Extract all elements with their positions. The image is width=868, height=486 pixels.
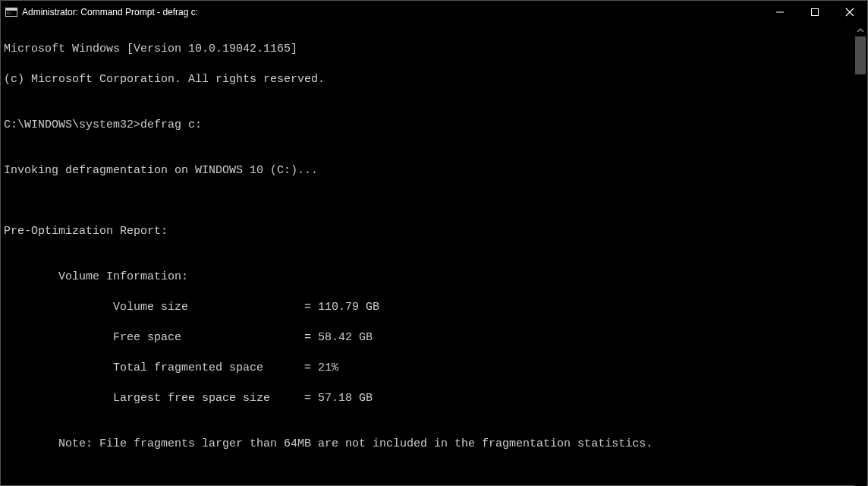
close-button[interactable]: [832, 1, 867, 24]
scroll-up-arrow-icon[interactable]: [854, 24, 866, 36]
output-line: Note: File fragments larger than 64MB ar…: [4, 437, 867, 452]
window-title: Administrator: Command Prompt - defrag c…: [22, 7, 198, 17]
maximize-button[interactable]: [797, 1, 832, 24]
terminal-output[interactable]: Microsoft Windows [Version 10.0.19042.11…: [1, 24, 867, 486]
svg-rect-1: [6, 8, 17, 11]
titlebar[interactable]: C:\ Administrator: Command Prompt - defr…: [1, 1, 867, 24]
prompt-line: C:\WINDOWS\system32>defrag c:: [4, 118, 867, 133]
output-line: Invoking defragmentation on WINDOWS 10 (…: [4, 163, 867, 178]
svg-text:C:\: C:\: [7, 11, 12, 15]
title-left: C:\ Administrator: Command Prompt - defr…: [5, 6, 198, 18]
output-line: Largest free space size = 57.18 GB: [4, 391, 867, 406]
svg-rect-4: [812, 9, 819, 16]
command-prompt-window: C:\ Administrator: Command Prompt - defr…: [0, 0, 868, 486]
output-line: Free space = 58.42 GB: [4, 330, 867, 346]
window-controls: [763, 1, 867, 24]
output-line: Pre-Optimization Report:: [4, 224, 867, 239]
minimize-button[interactable]: [763, 1, 797, 24]
output-line: Total fragmented space = 21%: [4, 361, 867, 376]
output-line: Volume size = 110.79 GB: [4, 300, 867, 315]
scroll-thumb[interactable]: [855, 36, 866, 74]
cmd-icon: C:\: [5, 6, 17, 18]
output-line: Volume Information:: [4, 270, 867, 285]
vertical-scrollbar[interactable]: [854, 24, 866, 486]
output-line: (c) Microsoft Corporation. All rights re…: [4, 72, 867, 87]
output-line: Microsoft Windows [Version 10.0.19042.11…: [4, 42, 867, 57]
